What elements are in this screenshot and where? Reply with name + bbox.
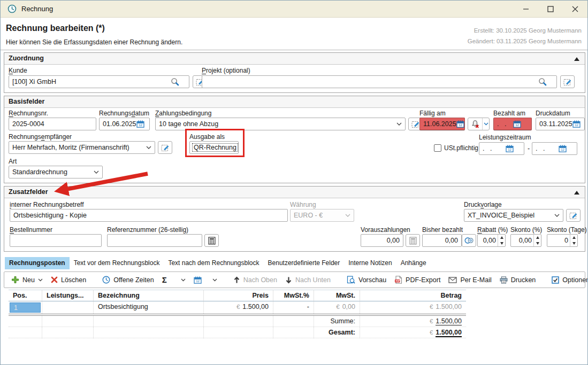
- leistungszeitraum-bis-input[interactable]: . . 12: [532, 142, 577, 155]
- loeschen-button[interactable]: Löschen: [49, 276, 88, 284]
- tab-text-nach-rechnungsblock[interactable]: Text nach dem Rechnungsblock: [164, 257, 263, 269]
- tab-rechnungsposten[interactable]: Rechnungsposten: [5, 257, 70, 269]
- preis-cell[interactable]: €1.500,00: [203, 301, 273, 314]
- rabatt-stepper[interactable]: 0,00: [477, 234, 506, 247]
- tab-anhaenge[interactable]: Anhänge: [396, 257, 431, 269]
- bisher-bezahlt-input[interactable]: 0,00: [422, 234, 462, 247]
- collapse-icon[interactable]: [574, 57, 579, 61]
- drucken-button[interactable]: Drucken: [498, 276, 538, 284]
- pos-cell-selected[interactable]: 1: [10, 302, 41, 313]
- waehrung-select: EURO - €: [290, 209, 354, 222]
- tab-benutzerdefinierte-felder[interactable]: Benutzerdefinierte Felder: [264, 257, 345, 269]
- mwst-cell[interactable]: €0,00: [314, 301, 360, 314]
- spin-up-icon[interactable]: [570, 235, 577, 240]
- per-email-button[interactable]: Per E-Mail: [447, 276, 493, 284]
- section-basisfelder-title: Basisfelder: [4, 96, 585, 108]
- plus-icon: [11, 276, 19, 284]
- druckdatum-input[interactable]: 03.11.2025 12: [536, 118, 585, 130]
- offene-zeiten-button[interactable]: Offene Zeiten: [101, 276, 156, 284]
- rechnungsempfaenger-edit-button[interactable]: [158, 141, 172, 154]
- bezahlt-am-input[interactable]: . . 12: [493, 118, 532, 130]
- table-row[interactable]: 1 Ortsbesichtigung €1.500,00 - €0,00 €1.…: [9, 301, 466, 314]
- betreff-input[interactable]: Ortsbesichtigung - Kopie: [10, 209, 288, 222]
- edit-icon: [563, 78, 572, 86]
- ausgabe-als-select[interactable]: QR-Rechnung: [189, 141, 239, 154]
- rechnungsdatum-input[interactable]: 01.06.2025 12: [99, 118, 150, 130]
- neu-button[interactable]: Neu: [10, 276, 44, 284]
- bestellnummer-input[interactable]: [10, 234, 102, 247]
- vorschau-button[interactable]: Vorschau: [345, 276, 388, 284]
- tab-interne-notizen[interactable]: Interne Notizen: [344, 257, 396, 269]
- leistungszeitraum-von-input[interactable]: . . 12: [479, 142, 524, 155]
- optionen-button[interactable]: Optionen: [550, 276, 588, 284]
- spin-up-icon[interactable]: [534, 235, 541, 240]
- projekt-input[interactable]: [202, 75, 557, 88]
- tab-text-vor-rechnungsblock[interactable]: Text vor dem Rechnungsblock: [70, 257, 164, 269]
- betrag-cell[interactable]: €1.500,00: [360, 301, 466, 314]
- rechnungsempfaenger-select[interactable]: Herr Mehrfach, Moritz (Firmenanschrift): [9, 141, 155, 154]
- art-select[interactable]: Standardrechnung: [9, 166, 103, 178]
- calendar-icon[interactable]: 12: [456, 118, 465, 130]
- tab-bar: Rechnungsposten Text vor dem Rechnungsbl…: [5, 257, 431, 269]
- calendar-icon[interactable]: 12: [559, 142, 574, 155]
- faellig-am-input[interactable]: 11.06.2025 12: [419, 118, 465, 130]
- reminder-split-button[interactable]: [468, 118, 490, 130]
- maximize-button[interactable]: [538, 1, 563, 17]
- chevron-down-icon[interactable]: [482, 118, 489, 130]
- titlebar: Rechnung: [1, 1, 587, 18]
- spin-down-icon[interactable]: [534, 240, 541, 246]
- collapse-icon[interactable]: [574, 191, 579, 195]
- bezeichnung-cell[interactable]: Ortsbesichtigung: [93, 301, 203, 314]
- vorauszahlungen-calc-button[interactable]: [406, 234, 420, 247]
- spin-down-icon[interactable]: [570, 240, 577, 246]
- mwst-pct-cell[interactable]: -: [273, 301, 314, 314]
- col-mwst-pct[interactable]: MwSt.%: [273, 290, 314, 301]
- bezahlt-am-label: Bezahlt am: [493, 110, 525, 117]
- payments-coins-button[interactable]: [462, 234, 476, 247]
- projekt-edit-button[interactable]: [560, 75, 575, 88]
- pdf-export-button[interactable]: PDF-Export: [393, 276, 442, 284]
- waehrung-label: Währung: [290, 201, 316, 208]
- kunde-input[interactable]: [100] Xi GmbH: [9, 75, 189, 88]
- referenznummer-generate-button[interactable]: [204, 234, 219, 247]
- close-button[interactable]: [563, 1, 587, 17]
- svg-text:12: 12: [561, 148, 564, 151]
- spin-up-icon[interactable]: [498, 235, 505, 240]
- ust-pflichtig-checkbox[interactable]: [434, 144, 441, 152]
- page-title: Rechnung bearbeiten (*): [6, 24, 105, 33]
- skonto-prozent-stepper[interactable]: 0,00: [510, 234, 541, 247]
- search-icon[interactable]: [538, 75, 553, 88]
- skonto-tage-stepper[interactable]: 0: [547, 234, 578, 247]
- referenznummer-label: Referenznummer (26-stellig): [107, 226, 188, 234]
- kalender-button[interactable]: 12: [192, 276, 219, 284]
- calendar-icon[interactable]: 12: [513, 118, 528, 130]
- minimize-button[interactable]: [514, 1, 538, 17]
- col-leistung[interactable]: Leistungs...: [42, 290, 93, 301]
- delete-x-icon: [51, 276, 58, 283]
- arrow-down-icon: [285, 276, 292, 284]
- col-betrag[interactable]: Betrag: [360, 290, 466, 301]
- rechnungsnr-label: Rechnungsnr.: [9, 110, 48, 117]
- summen-button[interactable]: Σ: [161, 275, 187, 284]
- referenznummer-input[interactable]: [107, 234, 202, 247]
- options-checkbox-icon: [552, 276, 559, 284]
- druckvorlage-select[interactable]: XT_INVOICE_Beispiel: [464, 209, 563, 222]
- rechnungsnr-input[interactable]: 2025-0004: [9, 118, 96, 130]
- calendar-icon[interactable]: 12: [506, 142, 521, 155]
- col-pos[interactable]: Pos.: [9, 290, 42, 301]
- search-icon[interactable]: [171, 75, 186, 88]
- rechnungsdatum-label: Rechnungsdatum: [99, 110, 149, 117]
- leistung-cell[interactable]: [42, 301, 93, 314]
- col-mwst[interactable]: MwSt.: [314, 290, 360, 301]
- calendar-icon[interactable]: 12: [572, 118, 585, 130]
- spin-down-icon[interactable]: [498, 240, 505, 246]
- calendar-icon[interactable]: 12: [136, 118, 150, 130]
- vorauszahlungen-input[interactable]: 0,00: [361, 234, 403, 247]
- window-title: Rechnung: [21, 5, 53, 13]
- zahlungsbedingung-select[interactable]: 10 tage ohne Abzug: [155, 118, 406, 130]
- coins-icon: [464, 237, 474, 244]
- druckvorlage-edit-button[interactable]: [566, 209, 581, 222]
- col-bezeichnung[interactable]: Bezeichnung: [93, 290, 203, 301]
- col-preis[interactable]: Preis: [203, 290, 273, 301]
- svg-text:12: 12: [196, 279, 200, 283]
